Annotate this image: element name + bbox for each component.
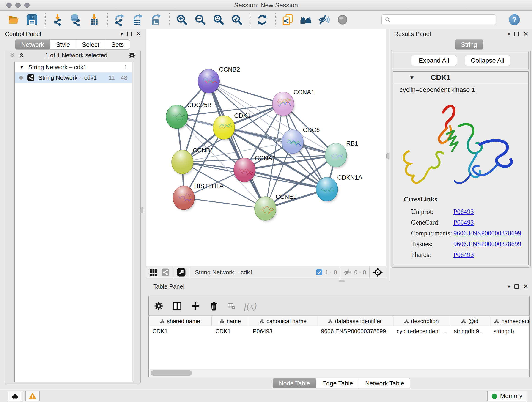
crosslink-link[interactable]: P06493 <box>453 251 474 259</box>
column-header-shared-name[interactable]: shared name <box>149 316 212 326</box>
network-collection-row[interactable]: ▼ String Network – cdk1 1 <box>15 62 132 72</box>
toolbar-separator <box>275 13 276 26</box>
export-network-button[interactable] <box>113 13 127 27</box>
panel-collapse-icon[interactable]: ▾ <box>507 31 510 37</box>
toolbar-separator <box>107 13 108 26</box>
section-collapse-arrow-icon[interactable]: ▼ <box>409 75 415 81</box>
table-cell[interactable]: P06493 <box>249 326 317 336</box>
search-input[interactable] <box>393 16 493 23</box>
delete-column-icon[interactable] <box>209 301 219 311</box>
import-table-icon <box>88 13 100 26</box>
panel-float-icon[interactable] <box>127 32 132 36</box>
export-table-button[interactable] <box>131 13 145 27</box>
string-share-icon[interactable] <box>161 268 170 277</box>
zoom-out-button[interactable] <box>193 13 207 27</box>
panel-collapse-icon[interactable]: ▾ <box>507 284 510 289</box>
footer-separator <box>340 266 341 278</box>
network-options-gear-icon[interactable] <box>128 51 136 59</box>
network-canvas[interactable]: CCNB2CCNA1CDC25BCDK1CDC6RB1CCNB1CCNA2CDK… <box>146 29 386 266</box>
show-hide-graphics-button[interactable] <box>317 13 331 27</box>
tree-expand-arrow-icon[interactable]: ▼ <box>19 64 24 70</box>
table-settings-gear-icon[interactable] <box>154 301 164 311</box>
grid-view-icon[interactable] <box>149 268 158 277</box>
table-row[interactable]: CDK1CDK1P064939606.ENSP00000378699cyclin… <box>149 326 530 336</box>
collapse-all-button[interactable]: Collapse All <box>465 55 510 66</box>
tab-node-table[interactable]: Node Table <box>273 378 316 388</box>
cloud-status-button[interactable] <box>7 391 22 401</box>
network-node-RB1[interactable] <box>325 143 347 168</box>
import-network-file-button[interactable] <box>51 13 64 27</box>
show-all-networks-button[interactable] <box>299 13 313 27</box>
network-node-CCNA1[interactable] <box>272 92 295 117</box>
selected-checkbox-icon[interactable] <box>316 269 323 276</box>
table-horizontal-scrollbar[interactable] <box>149 369 530 377</box>
network-node-CDKN1A[interactable] <box>316 177 338 202</box>
column-header-description[interactable]: description <box>393 316 450 326</box>
tab-sets[interactable]: Sets <box>105 39 130 50</box>
column-header--id[interactable]: @id <box>450 316 490 326</box>
tab-select[interactable]: Select <box>76 39 105 50</box>
network-node-CCNE1[interactable] <box>254 197 277 222</box>
table-cell[interactable]: 9606.ENSP00000378699 <box>317 326 393 336</box>
import-network-database-button[interactable] <box>69 13 83 27</box>
save-session-button[interactable] <box>25 13 39 27</box>
table-cell[interactable]: CDK1 <box>212 326 249 336</box>
table-cell[interactable]: stringdb:9... <box>450 326 490 336</box>
network-node-HIST1H1A[interactable] <box>173 186 195 211</box>
column-header-namespace[interactable]: namespace <box>490 316 530 326</box>
tab-style[interactable]: Style <box>50 39 76 50</box>
node-section-header[interactable]: ▼ CDK1 <box>393 71 528 84</box>
left-splitter-handle[interactable] <box>141 207 143 213</box>
table-cell[interactable]: CDK1 <box>149 326 212 336</box>
panel-collapse-icon[interactable]: ▾ <box>120 31 123 37</box>
column-header-database-identifier[interactable]: database identifier <box>317 316 393 326</box>
column-header-canonical-name[interactable]: canonical name <box>249 316 317 326</box>
import-database-icon <box>70 13 82 26</box>
open-session-button[interactable] <box>7 13 21 27</box>
tab-network[interactable]: Network <box>15 39 50 50</box>
panel-close-icon[interactable]: ✕ <box>136 31 141 37</box>
expand-all-networks-icon[interactable] <box>19 52 25 58</box>
export-image-button[interactable] <box>149 13 163 27</box>
crosslink-label: Uniprot: <box>411 208 453 216</box>
help-button[interactable]: ? <box>509 14 520 25</box>
panel-close-icon[interactable]: ✕ <box>523 31 528 37</box>
fit-crosshair-icon[interactable] <box>373 267 383 277</box>
column-header-name[interactable]: name <box>212 316 249 326</box>
scrollbar-thumb[interactable] <box>151 370 192 376</box>
hidden-eye-icon[interactable] <box>344 268 352 276</box>
panel-float-icon[interactable] <box>514 32 519 36</box>
panel-close-icon[interactable]: ✕ <box>523 283 528 290</box>
selected-node-edge-counts: 1 - 0 <box>325 269 337 276</box>
network-edge-HIST1H1A-CCNE1[interactable] <box>184 198 265 209</box>
search-box[interactable] <box>381 14 496 25</box>
memory-button[interactable]: Memory <box>487 391 527 401</box>
network-row[interactable]: String Network – cdk1 11 48 <box>15 72 132 83</box>
crosslink-link[interactable]: 9606.ENSP00000378699 <box>453 240 521 248</box>
crosslink-link[interactable]: P06493 <box>453 219 474 226</box>
add-column-icon[interactable] <box>190 301 201 311</box>
refresh-button[interactable] <box>255 13 269 27</box>
tab-edge-table[interactable]: Edge Table <box>316 378 359 388</box>
network-node-CDK1[interactable] <box>213 115 235 140</box>
tab-network-table[interactable]: Network Table <box>359 378 411 388</box>
crosslink-link[interactable]: P06493 <box>453 208 474 216</box>
zoom-fit-button[interactable] <box>211 13 225 27</box>
network-node-CCNB1[interactable] <box>172 150 194 175</box>
expand-all-button[interactable]: Expand All <box>411 55 457 66</box>
warnings-button[interactable] <box>25 391 40 401</box>
tab-string[interactable]: String <box>455 39 483 50</box>
zoom-in-button[interactable] <box>175 13 189 27</box>
import-table-button[interactable] <box>87 13 101 27</box>
copy-style-button[interactable] <box>281 13 294 27</box>
zoom-selected-button[interactable] <box>230 13 244 27</box>
results-panel-title: Results Panel <box>394 31 507 38</box>
table-cell[interactable]: cyclin-dependent ... <box>393 326 450 336</box>
crosslink-row: Tissues:9606.ENSP00000378699 <box>393 239 528 249</box>
table-cell[interactable]: stringdb <box>490 326 530 336</box>
collapse-all-networks-icon[interactable] <box>9 52 15 58</box>
crosslink-link[interactable]: 9606.ENSP00000378699 <box>453 230 521 237</box>
panel-float-icon[interactable] <box>514 284 519 289</box>
show-columns-icon[interactable] <box>172 301 182 311</box>
birdseye-view-icon[interactable] <box>177 268 186 277</box>
